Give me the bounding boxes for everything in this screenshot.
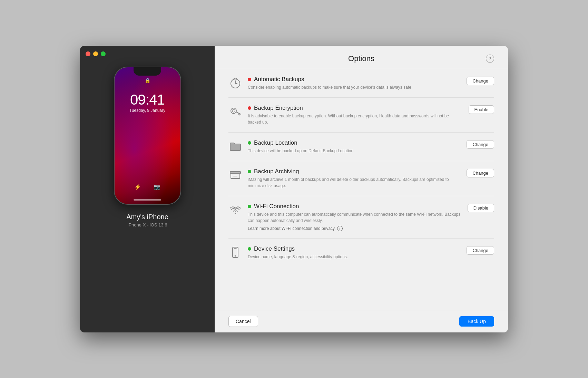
home-bar <box>134 199 161 201</box>
options-list: Automatic Backups Consider enabling auto… <box>215 69 508 310</box>
wifi-icon <box>228 204 242 216</box>
option-desc-automatic-backups: Consider enabling automatic backups to m… <box>248 84 461 90</box>
backup-archiving-content: Backup Archiving iMazing will archive 1 … <box>248 168 461 189</box>
phone-time: 09:41 <box>115 91 180 108</box>
close-button[interactable] <box>86 51 90 56</box>
svg-point-13 <box>235 213 236 214</box>
lock-icon: 🔒 <box>145 78 150 83</box>
device-model: iPhone X - iOS 13.6 <box>128 222 167 227</box>
phone-notch <box>134 67 161 76</box>
option-title-wifi: Wi-Fi Connection <box>254 203 299 210</box>
action-archiving: Change <box>467 169 494 177</box>
backup-encryption-content: Backup Encryption It is advisable to ena… <box>248 105 463 125</box>
main-window: 🔒 09:41 Tuesday, 9 January ⚡ 📷 Amy's iPh… <box>80 46 508 332</box>
option-desc-encryption: It is advisable to enable backup encrypt… <box>248 113 463 125</box>
phone-date: Tuesday, 9 January <box>115 108 180 113</box>
phone-frame: 🔒 09:41 Tuesday, 9 January ⚡ 📷 <box>114 67 181 205</box>
maximize-button[interactable] <box>101 51 106 56</box>
title-row-arch: Backup Archiving <box>248 168 461 175</box>
panel-footer: Cancel Back Up <box>215 310 508 332</box>
cancel-button[interactable]: Cancel <box>228 316 258 327</box>
action-automatic-backups: Change <box>467 77 494 85</box>
title-row: Automatic Backups <box>248 76 461 83</box>
option-row-backup-location: Backup Location This device will be back… <box>228 133 494 161</box>
backup-location-content: Backup Location This device will be back… <box>248 139 461 154</box>
sidebar: 🔒 09:41 Tuesday, 9 January ⚡ 📷 Amy's iPh… <box>80 46 215 332</box>
device-name: Amy's iPhone <box>126 213 168 221</box>
phone-time-display: 09:41 Tuesday, 9 January <box>115 91 180 113</box>
option-title-encryption: Backup Encryption <box>254 105 303 112</box>
title-row-device: Device Settings <box>248 245 461 252</box>
option-desc-wifi: This device and this computer can automa… <box>248 211 462 224</box>
option-title-automatic-backups: Automatic Backups <box>254 76 304 83</box>
camera-icon: 📷 <box>154 184 160 190</box>
option-desc-location: This device will be backed up on Default… <box>248 148 461 154</box>
option-desc-archiving: iMazing will archive 1 month of backups … <box>248 176 461 189</box>
action-wifi: Disable <box>468 204 494 212</box>
option-row-backup-encryption: Backup Encryption It is advisable to ena… <box>228 98 494 133</box>
option-desc-device: Device name, language & region, accessib… <box>248 254 461 260</box>
minimize-button[interactable] <box>93 51 98 56</box>
option-row-device-settings: Device Settings Device name, language & … <box>228 239 494 267</box>
option-title-device: Device Settings <box>254 245 295 252</box>
backup-button[interactable]: Back Up <box>459 316 494 327</box>
device-settings-content: Device Settings Device name, language & … <box>248 245 461 260</box>
status-dot-arch <box>248 170 251 173</box>
enable-button-encryption[interactable]: Enable <box>469 105 494 114</box>
title-row-enc: Backup Encryption <box>248 105 463 112</box>
option-row-wifi: Wi-Fi Connection This device and this co… <box>228 196 494 239</box>
page-title: Options <box>237 54 486 63</box>
change-button-automatic-backups[interactable]: Change <box>467 77 494 85</box>
main-panel: Options ? Automati <box>215 46 508 332</box>
wifi-learn-more-text: Learn more about Wi-Fi connection and pr… <box>248 226 336 231</box>
title-row-wifi: Wi-Fi Connection <box>248 203 462 210</box>
svg-point-5 <box>231 108 236 114</box>
status-dot-enc <box>248 106 251 110</box>
status-dot-red <box>248 78 251 81</box>
disable-button-wifi[interactable]: Disable <box>468 204 494 212</box>
status-dot-wifi <box>248 205 251 208</box>
action-location: Change <box>467 140 494 149</box>
phone-screen: 🔒 09:41 Tuesday, 9 January ⚡ 📷 <box>115 67 180 204</box>
option-row-backup-archiving: Backup Archiving iMazing will archive 1 … <box>228 161 494 196</box>
change-button-device[interactable]: Change <box>467 246 494 255</box>
action-device: Change <box>467 246 494 255</box>
title-row-loc: Backup Location <box>248 139 461 146</box>
automatic-backups-content: Automatic Backups Consider enabling auto… <box>248 76 461 90</box>
phone-container: 🔒 09:41 Tuesday, 9 January ⚡ 📷 Amy's iPh… <box>114 67 181 332</box>
archive-icon <box>228 169 242 181</box>
info-icon[interactable]: i <box>337 226 343 231</box>
help-button[interactable]: ? <box>486 55 494 63</box>
option-row-automatic-backups: Automatic Backups Consider enabling auto… <box>228 69 494 98</box>
wifi-content: Wi-Fi Connection This device and this co… <box>248 203 462 231</box>
svg-point-6 <box>232 109 235 112</box>
option-title-archiving: Backup Archiving <box>254 168 299 175</box>
change-button-location[interactable]: Change <box>467 140 494 149</box>
status-dot-device <box>248 247 251 251</box>
option-title-location: Backup Location <box>254 139 297 146</box>
change-button-archiving[interactable]: Change <box>467 169 494 177</box>
device-icon <box>228 246 242 259</box>
action-encryption: Enable <box>469 105 494 114</box>
panel-header: Options ? <box>215 46 508 69</box>
traffic-lights <box>86 51 106 56</box>
phone-bottom-icons: ⚡ 📷 <box>115 184 180 190</box>
folder-icon <box>228 140 242 153</box>
wifi-info-link: Learn more about Wi-Fi connection and pr… <box>248 226 343 231</box>
svg-point-16 <box>235 255 236 256</box>
torch-icon: ⚡ <box>134 184 141 190</box>
status-dot-loc <box>248 141 251 145</box>
clock-icon <box>228 77 242 89</box>
key-icon <box>228 105 242 118</box>
